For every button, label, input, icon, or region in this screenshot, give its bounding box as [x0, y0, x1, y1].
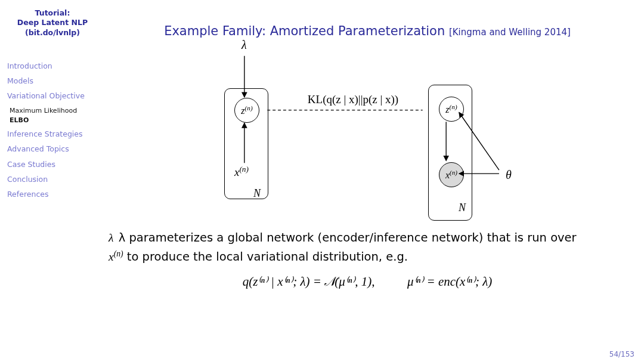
node-x-q: x(n) [234, 165, 249, 179]
nav-case-studies[interactable]: Case Studies [7, 160, 98, 169]
page-number: 54/153 [609, 350, 634, 358]
node-z-p: z(n) [439, 97, 464, 122]
slide-title: Example Family: Amortized Parameterizati… [109, 24, 626, 38]
x-sup: (n) [239, 165, 249, 174]
z-sup: (n) [245, 104, 253, 112]
lambda-label: λ [242, 38, 247, 52]
nav-variational-objective[interactable]: Variational Objective [7, 91, 98, 101]
kl-label: KL(q(z | x)||p(z | x)) [281, 93, 425, 106]
nav-models[interactable]: Models [7, 76, 98, 86]
slide-title-main: Example Family: Amortized Parameterizati… [164, 24, 445, 38]
nav-introduction[interactable]: Introduction [7, 61, 98, 71]
tutorial-title: Tutorial: Deep Latent NLP (bit.do/lvnlp) [7, 8, 98, 38]
node-z-q: z(n) [234, 98, 259, 123]
nav-elbo[interactable]: ELBO [10, 116, 98, 125]
plate-q-count: N [253, 187, 261, 200]
model-diagram: λ z(n) x(n) N KL(q(z | x)||p(z | x)) z(n… [109, 42, 626, 225]
nav-inference-strategies[interactable]: Inference Strategies [7, 129, 98, 139]
theta-label: θ [506, 168, 512, 182]
plate-p-count: N [459, 202, 466, 214]
node-x-p: x(n) [439, 162, 464, 187]
diagram-arrows [109, 42, 626, 225]
title-line-1: Tutorial: [7, 8, 98, 18]
slide-title-citation: [Kingma and Welling 2014] [449, 27, 571, 38]
slide-paragraph: λ λ parameterizes a global network (enco… [109, 229, 626, 266]
equation-right: μ⁽ⁿ⁾ = enc(x⁽ⁿ⁾; λ) [407, 274, 492, 289]
nav-references[interactable]: References [7, 190, 98, 199]
nav-maximum-likelihood[interactable]: Maximum Likelihood [10, 107, 98, 115]
title-line-2: Deep Latent NLP [7, 18, 98, 27]
slide-content: Example Family: Amortized Parameterizati… [103, 0, 644, 362]
nav-advanced-topics[interactable]: Advanced Topics [7, 144, 98, 154]
equation-left: q(z⁽ⁿ⁾ | x⁽ⁿ⁾; λ) = 𝒩(μ⁽ⁿ⁾, 1), [243, 274, 375, 289]
outline-sidebar: Tutorial: Deep Latent NLP (bit.do/lvnlp)… [0, 0, 103, 362]
title-line-3: (bit.do/lvnlp) [7, 28, 98, 38]
nav-conclusion[interactable]: Conclusion [7, 175, 98, 184]
equation: q(z⁽ⁿ⁾ | x⁽ⁿ⁾; λ) = 𝒩(μ⁽ⁿ⁾, 1), μ⁽ⁿ⁾ = e… [109, 274, 626, 289]
